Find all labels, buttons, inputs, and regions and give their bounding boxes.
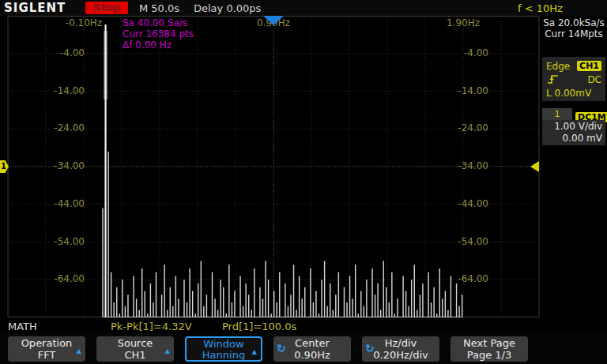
trigger-type-label: Edge (546, 61, 570, 72)
left-db-label-6: -64.00 (0, 273, 85, 284)
trigger-coupling-label: DC (587, 74, 601, 85)
rising-edge-icon (546, 74, 560, 84)
oscilloscope-screen: { "top_bar": { "logo": "SIGLENT", "run_s… (0, 0, 607, 364)
softkey-center[interactable]: Center0.90Hz↻ (273, 336, 351, 362)
freq-axis-label-0: -0.10Hz (66, 17, 102, 28)
timebase-readout: M 50.0s (139, 2, 179, 14)
left-db-label-4: -44.00 (0, 198, 85, 209)
softkey-value: Hanning (187, 350, 261, 361)
softkey-value: FFT (8, 349, 85, 361)
left-db-label-2: -24.00 (0, 122, 85, 133)
softkey-hz-div[interactable]: Hz/div0.20Hz/div↻ (362, 336, 439, 362)
channel1-panel[interactable]: 1.00 V/div 0.00 mV (542, 120, 605, 145)
siglent-logo: SIGLENT (4, 1, 66, 15)
expand-menu-arrow-icon: ▲ (165, 345, 170, 357)
softkey-title: Next Page (451, 337, 528, 349)
softkey-source[interactable]: SourceCH1▲ (96, 336, 174, 362)
channel1-position-marker-icon[interactable]: 1 (0, 160, 9, 173)
right-sidebar: Sa 20.0kSa/s Curr 14Mpts Edge CH1 DC L 0… (541, 16, 607, 320)
right-db-label-4: -44.00 (0, 198, 488, 209)
expand-menu-arrow-icon: ▲ (252, 347, 257, 358)
trigger-level-readout: L 0.00mV (546, 88, 591, 99)
channel1-scale-readout: 1.00 V/div (542, 121, 602, 133)
run-state-badge[interactable]: Stop (85, 2, 128, 14)
acquisition-info: Sa 20.0kSa/s Curr 14Mpts (541, 17, 607, 39)
left-db-label-1: -14.00 (0, 85, 85, 96)
channel1-coupling-badge[interactable]: DC1M (575, 108, 605, 120)
right-db-label-1: -14.00 (0, 85, 488, 96)
channel1-tab[interactable]: 1 (542, 108, 572, 120)
freq-axis-label-2: 1.90Hz (447, 17, 480, 28)
softkey-value: CH1 (96, 349, 174, 361)
expand-menu-arrow-icon: ▲ (77, 345, 81, 357)
trigger-frequency-readout: f < 10Hz (518, 2, 563, 14)
left-db-label-3: -34.00 (0, 160, 85, 171)
waveform-display-area: -0.10Hz0.90Hz1.90Hz -4.00-4.00-14.00-14.… (0, 16, 607, 320)
rotary-knob-icon: ↻ (365, 343, 375, 355)
trigger-level-marker-icon[interactable] (530, 161, 539, 172)
fft-spectrum-plot (0, 16, 607, 320)
right-db-label-0: -4.00 (0, 47, 488, 58)
softkey-title: Window (187, 339, 261, 350)
softkey-operation[interactable]: OperationFFT▲ (8, 336, 85, 362)
softkey-window[interactable]: WindowHanning▲ (185, 336, 262, 362)
delay-readout: Delay 0.00ps (194, 2, 261, 14)
top-status-bar: SIGLENT Stop M 50.0s Delay 0.00ps f < 10… (0, 0, 607, 16)
trigger-source-badge[interactable]: CH1 (577, 61, 601, 71)
channel1-offset-readout: 0.00 mV (542, 133, 602, 144)
measurement-pkpk: Pk-Pk[1]=4.32V (111, 321, 192, 332)
softkey-title: Operation (8, 337, 85, 349)
softkey-next-page[interactable]: Next PagePage 1/3 (451, 336, 528, 362)
math-channel-label: MATH (8, 321, 37, 332)
right-db-label-5: -54.00 (0, 236, 488, 247)
right-db-label-3: -34.00 (0, 160, 488, 171)
rotary-knob-icon: ↻ (277, 343, 286, 355)
measurement-row: MATH Pk-Pk[1]=4.32V Prd[1]=100.0s (0, 320, 607, 333)
measurement-period: Prd[1]=100.0s (222, 321, 296, 332)
left-db-label-0: -4.00 (0, 47, 85, 58)
softkey-value: Page 1/3 (451, 349, 528, 361)
trigger-panel[interactable]: Edge CH1 DC L 0.00mV (542, 57, 605, 101)
sample-rate-readout: Sa 20.0kSa/s (541, 17, 607, 28)
left-db-label-5: -54.00 (0, 236, 85, 247)
fft-info-readout: Sa 40.00 Sa/s Curr 16384 pts Δf 0.00 Hz (123, 17, 194, 51)
softkey-title: Source (96, 337, 174, 349)
right-db-label-6: -64.00 (0, 273, 488, 284)
softkey-menu-bar: OperationFFT▲SourceCH1▲WindowHanning▲Cen… (0, 333, 607, 364)
memory-depth-readout: Curr 14Mpts (541, 28, 607, 39)
right-db-label-2: -24.00 (0, 122, 488, 133)
